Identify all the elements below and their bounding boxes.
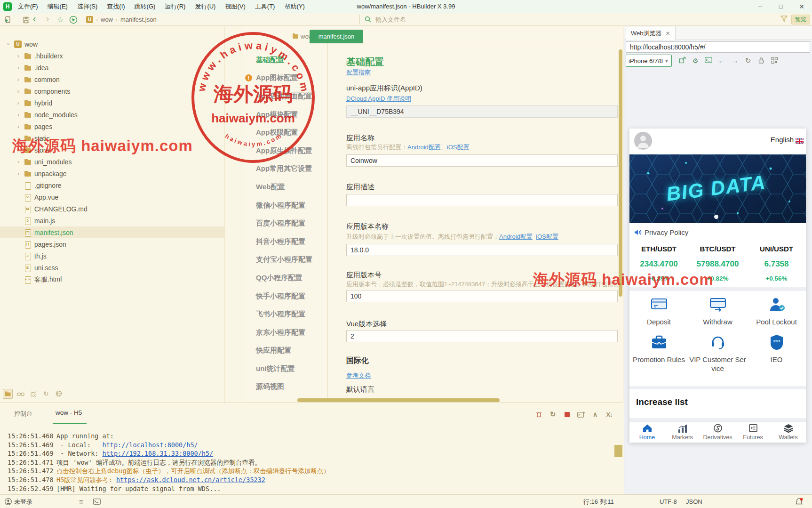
nav-home[interactable]: Home xyxy=(629,422,665,443)
section-nav-item[interactable]: ! App图标配置 xyxy=(243,69,327,88)
tree-item[interactable]: static xyxy=(0,132,224,144)
resize-window-icon[interactable] xyxy=(676,56,689,65)
search-input[interactable] xyxy=(374,16,732,24)
globe-icon[interactable] xyxy=(54,389,64,399)
section-nav-item[interactable]: ! 微信小程序配置 xyxy=(243,196,327,215)
section-nav-item[interactable]: ! App模块配置 xyxy=(243,105,327,124)
banner-carousel[interactable]: BIG DATA xyxy=(629,154,806,223)
ticker[interactable]: ETH/USDT 2343.4700 +0.89% xyxy=(629,241,688,287)
chevron-icon[interactable] xyxy=(16,135,21,142)
notification-bell-icon[interactable] xyxy=(795,495,803,508)
clear-on-run-icon[interactable]: X↓ xyxy=(605,411,613,418)
log-link[interactable]: http://localhost:8000/h5/ xyxy=(103,441,198,449)
section-nav-item[interactable]: ! 抖音小程序配置 xyxy=(243,233,327,251)
file-type[interactable]: JSON xyxy=(686,495,702,508)
maximize-button[interactable]: □ xyxy=(771,0,791,13)
section-nav-item[interactable]: ! 百度小程序配置 xyxy=(243,214,327,233)
language-selector[interactable]: English xyxy=(771,136,794,144)
version-code-input[interactable] xyxy=(346,290,618,302)
lock-icon[interactable] xyxy=(755,57,768,65)
ieo-button[interactable]: ICO IEO xyxy=(747,334,806,364)
close-button[interactable]: ✕ xyxy=(791,0,812,13)
breadcrumb-project[interactable]: wow xyxy=(101,16,113,23)
appid-doc-link[interactable]: DCloud AppID 使用说明 xyxy=(346,95,411,102)
settings-gear-icon[interactable]: ⚙ xyxy=(689,57,702,65)
chevron-icon[interactable] xyxy=(16,76,21,83)
tree-item[interactable]: [*] manifest.json xyxy=(0,226,224,238)
qr-code-icon[interactable] xyxy=(768,57,781,65)
login-status[interactable]: 未登录 xyxy=(5,495,32,508)
pool-lockout-button[interactable]: Pool Lockout xyxy=(747,297,806,326)
outline-icon[interactable]: ≡ xyxy=(79,495,83,508)
run-icon[interactable] xyxy=(68,15,79,25)
encoding[interactable]: UTF-8 xyxy=(660,495,677,508)
tree-item[interactable]: [ ] pages.json xyxy=(0,238,224,250)
tree-item[interactable]: J main.js xyxy=(0,215,224,226)
section-nav-item[interactable]: ! 基础配置 xyxy=(243,51,327,69)
tree-item[interactable]: store xyxy=(0,144,224,156)
chevron-icon[interactable] xyxy=(16,88,21,95)
tree-item[interactable]: uni_modules xyxy=(0,156,224,168)
version-name-input[interactable] xyxy=(346,244,618,256)
tab-web-browser[interactable]: Web浏览器 ✕ xyxy=(626,26,676,40)
terminal-icon[interactable] xyxy=(93,495,101,508)
vue-version-select[interactable] xyxy=(346,330,618,342)
tree-item[interactable]: .hbuilderx xyxy=(0,50,224,62)
tree-item[interactable]: common xyxy=(0,73,224,85)
tree-item[interactable]: .idea xyxy=(0,62,224,73)
new-terminal-icon[interactable] xyxy=(577,411,585,418)
section-nav-item[interactable]: ! 源码视图 xyxy=(243,378,327,396)
nav-futures[interactable]: Futures xyxy=(735,422,771,443)
star-icon[interactable]: ☆ xyxy=(55,15,65,25)
deposit-button[interactable]: Deposit xyxy=(629,297,688,326)
minimize-button[interactable]: ─ xyxy=(750,0,771,13)
tree-item[interactable]: V App.vue xyxy=(0,191,224,203)
chevron-icon[interactable] xyxy=(16,170,21,177)
ios-config-link[interactable]: iOS配置 xyxy=(447,144,470,151)
breadcrumb-file[interactable]: manifest.json xyxy=(120,16,157,23)
address-bar[interactable]: http://localhost:8000/h5/#/ xyxy=(626,41,810,53)
bug-debug-icon[interactable] xyxy=(28,389,38,399)
log-link[interactable]: https://ask.dcloud.net.cn/article/35232 xyxy=(116,476,265,484)
nav-markets[interactable]: Markets xyxy=(665,422,700,443)
vip-service-button[interactable]: VIP Customer Service xyxy=(688,334,747,373)
section-nav-item[interactable]: ! 飞书小程序配置 xyxy=(243,305,327,323)
app-name-input[interactable] xyxy=(346,154,618,167)
chevron-icon[interactable] xyxy=(16,146,21,153)
chevron-icon[interactable] xyxy=(6,40,11,48)
tree-item[interactable]: unpackage xyxy=(0,168,224,179)
chevron-icon[interactable] xyxy=(16,99,21,106)
chevron-icon[interactable] xyxy=(16,111,21,118)
ticker[interactable]: UNI/USDT 6.7358 +0.56% xyxy=(747,241,806,287)
project-manager-icon[interactable] xyxy=(3,389,13,399)
tab-run-session[interactable]: wow - H5 xyxy=(56,409,82,416)
editor-horizontal-scrollbar[interactable] xyxy=(297,398,500,402)
avatar[interactable] xyxy=(634,132,652,150)
section-nav-item[interactable]: ! 快手小程序配置 xyxy=(243,287,327,306)
tree-item[interactable]: S uni.scss xyxy=(0,262,224,274)
ios-config-link[interactable]: iOS配置 xyxy=(536,233,558,240)
editor-vertical-scrollbar[interactable] xyxy=(619,49,622,297)
section-nav-item[interactable]: ! 支付宝小程序配置 xyxy=(243,251,327,269)
section-nav-item[interactable]: ! 快应用配置 xyxy=(243,342,327,360)
chevron-icon[interactable] xyxy=(16,123,21,130)
promotion-rules-button[interactable]: Promotion Rules xyxy=(629,334,688,364)
nav-wallets[interactable]: Wallets xyxy=(771,422,806,443)
section-nav-item[interactable]: ! App启动界面配置 xyxy=(243,87,327,105)
binoculars-search-icon[interactable] xyxy=(16,389,25,399)
chevron-icon[interactable] xyxy=(16,52,21,59)
close-tab-icon[interactable]: ✕ xyxy=(666,30,670,37)
collapse-panel-icon[interactable]: ∧ xyxy=(591,411,599,418)
devtools-console-icon[interactable] xyxy=(702,57,715,65)
chevron-icon[interactable] xyxy=(16,64,21,71)
appid-input[interactable] xyxy=(346,105,618,118)
config-guide-link[interactable]: 配置指南 xyxy=(346,69,371,76)
browser-forward-icon[interactable]: → xyxy=(728,56,741,65)
section-nav-item[interactable]: ! 京东小程序配置 xyxy=(243,323,327,342)
nav-derivatives[interactable]: Derivatives xyxy=(700,422,735,443)
section-nav-item[interactable]: ! App常用其它设置 xyxy=(243,160,327,178)
filter-icon[interactable] xyxy=(780,16,788,24)
device-selector[interactable]: iPhone 6/7/8▼ xyxy=(626,55,672,67)
tab-manifest-json[interactable]: manifest.json xyxy=(310,30,363,43)
tree-item[interactable]: node_modules xyxy=(0,109,224,121)
